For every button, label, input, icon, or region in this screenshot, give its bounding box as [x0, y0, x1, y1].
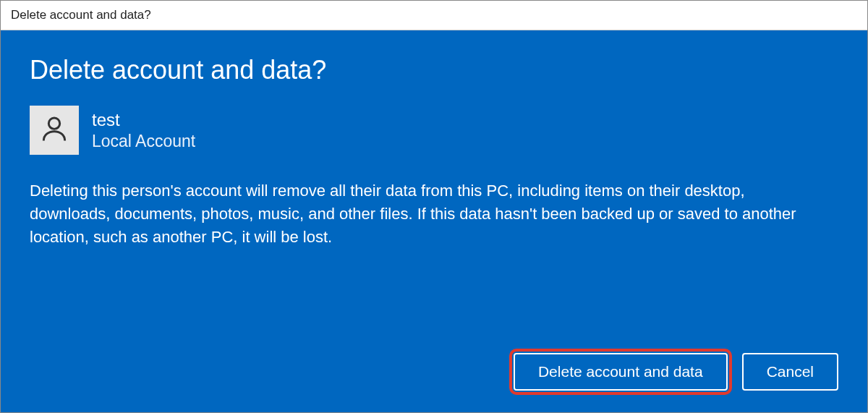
dialog-window: Delete account and data? Delete account … [0, 0, 868, 413]
delete-account-button[interactable]: Delete account and data [514, 353, 728, 391]
dialog-heading: Delete account and data? [30, 55, 838, 85]
username: test [92, 110, 195, 130]
account-type: Local Account [92, 132, 195, 151]
svg-point-0 [48, 118, 59, 129]
dialog-description: Deleting this person's account will remo… [30, 179, 825, 249]
dialog-content: Delete account and data? test Local Acco… [1, 30, 867, 412]
user-row: test Local Account [30, 106, 838, 155]
avatar [30, 106, 79, 155]
cancel-button[interactable]: Cancel [742, 353, 838, 391]
window-title: Delete account and data? [11, 8, 151, 22]
window-titlebar: Delete account and data? [1, 1, 867, 30]
button-row: Delete account and data Cancel [30, 353, 838, 391]
user-icon [38, 113, 70, 148]
user-info: test Local Account [92, 110, 195, 151]
